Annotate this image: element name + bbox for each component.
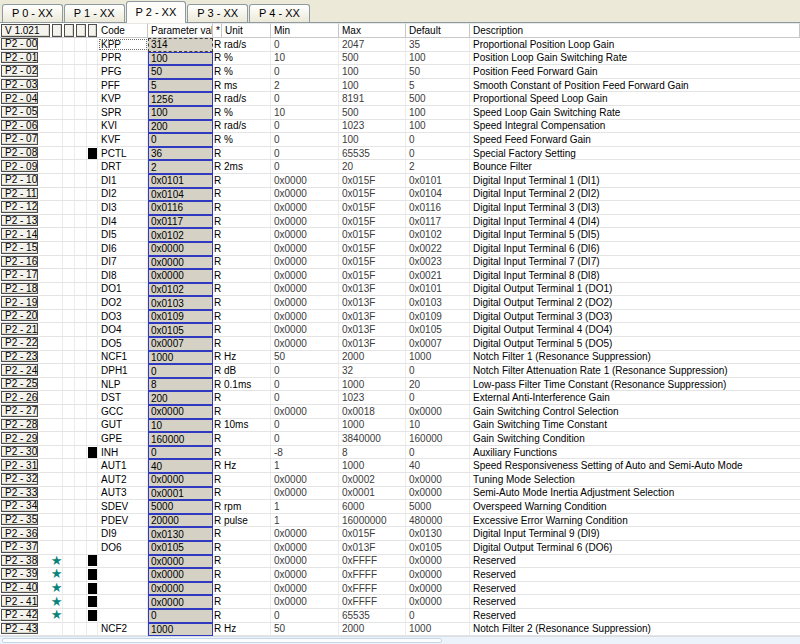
row-id-cell[interactable]: P2 - 16	[1, 256, 38, 268]
row-id-cell[interactable]: P2 - 30	[1, 446, 38, 458]
parameter-value-input[interactable]: 0x0109	[148, 310, 213, 324]
row-id-cell[interactable]: P2 - 25	[1, 378, 38, 390]
row-id-cell[interactable]: P2 - 08	[1, 147, 38, 159]
unit-cell: ms	[222, 79, 271, 92]
parameter-value-input[interactable]: 0	[148, 609, 213, 623]
parameter-value-input[interactable]: 200	[148, 120, 213, 134]
row-id-cell[interactable]: P2 - 27	[1, 405, 38, 417]
parameter-value-input[interactable]: 0x0007	[148, 337, 213, 351]
row-id-cell[interactable]: P2 - 18	[1, 283, 38, 295]
row-id-cell[interactable]: P2 - 11	[1, 188, 38, 200]
parameter-value-input[interactable]: 2	[148, 160, 213, 174]
row-id-cell[interactable]: P2 - 41	[1, 595, 38, 607]
parameter-value-input[interactable]: 0x0104	[148, 188, 213, 202]
row-id-cell[interactable]: P2 - 35	[1, 514, 38, 526]
parameter-value-input[interactable]: 5	[148, 79, 213, 93]
parameter-value-input[interactable]: 1256	[148, 92, 213, 106]
row-id-cell[interactable]: P2 - 17	[1, 269, 38, 281]
parameter-value-input[interactable]: 1000	[148, 351, 213, 365]
parameter-value-input[interactable]: 0x0000	[148, 473, 213, 487]
row-id-cell[interactable]: P2 - 06	[1, 120, 38, 132]
parameter-value-input[interactable]: 0x0000	[148, 595, 213, 609]
parameter-value-input[interactable]: 0x0102	[148, 228, 213, 242]
row-id-cell[interactable]: P2 - 15	[1, 242, 38, 254]
parameter-value-input[interactable]: 314	[148, 38, 213, 52]
parameter-value-input[interactable]: 0x0103	[148, 296, 213, 310]
parameter-value-input[interactable]: 100	[148, 106, 213, 120]
row-id-cell[interactable]: P2 - 43	[1, 623, 38, 635]
parameter-value-input[interactable]: 10	[148, 419, 213, 433]
tab-p3-xx[interactable]: P 3 - XX	[187, 4, 248, 22]
row-id-cell[interactable]: P2 - 34	[1, 500, 38, 512]
row-id-cell[interactable]: P2 - 20	[1, 310, 38, 322]
parameter-value-input[interactable]: 0	[148, 364, 213, 378]
row-id-cell[interactable]: P2 - 28	[1, 419, 38, 431]
parameter-value-input[interactable]: 200	[148, 391, 213, 405]
row-id-cell[interactable]: P2 - 21	[1, 323, 38, 335]
row-id-cell[interactable]: P2 - 10	[1, 174, 38, 186]
row-id-cell[interactable]: P2 - 19	[1, 296, 38, 308]
parameter-value-input[interactable]: 1000	[148, 623, 213, 637]
unit-cell	[222, 337, 271, 350]
parameter-value-input[interactable]: 36	[148, 147, 213, 161]
row-id-cell[interactable]: P2 - 04	[1, 92, 38, 104]
row-id-cell[interactable]: P2 - 22	[1, 337, 38, 349]
row-id-cell[interactable]: P2 - 40	[1, 582, 38, 594]
parameter-value-input[interactable]: 0x0000	[148, 269, 213, 283]
row-id-cell[interactable]: P2 - 12	[1, 201, 38, 213]
row-id-cell[interactable]: P2 - 05	[1, 106, 38, 118]
tab-p4-xx[interactable]: P 4 - XX	[249, 4, 310, 22]
parameter-value-input[interactable]: 0x0105	[148, 323, 213, 337]
parameter-value-input[interactable]: 0x0001	[148, 487, 213, 501]
parameter-value-input[interactable]: 0x0000	[148, 568, 213, 582]
parameter-value-input[interactable]: 0x0117	[148, 215, 213, 229]
row-id-cell[interactable]: P2 - 33	[1, 487, 38, 499]
row-id-cell[interactable]: P2 - 09	[1, 160, 38, 172]
row-id-cell[interactable]: P2 - 13	[1, 215, 38, 227]
row-id-cell[interactable]: P2 - 37	[1, 541, 38, 553]
tab-p1-xx[interactable]: P 1 - XX	[64, 4, 125, 22]
parameter-value-input[interactable]: 5000	[148, 500, 213, 514]
min-cell: 0x0000	[271, 269, 339, 282]
parameter-value-input[interactable]: 0x0116	[148, 201, 213, 215]
parameter-value-input[interactable]: 100	[148, 52, 213, 66]
parameter-value-input[interactable]: 8	[148, 378, 213, 392]
parameter-value-input[interactable]: 0x0000	[148, 582, 213, 596]
row-id-cell[interactable]: P2 - 26	[1, 391, 38, 403]
row-id-cell[interactable]: P2 - 38	[1, 555, 38, 567]
parameter-value-input[interactable]: 0x0130	[148, 527, 213, 541]
row-id-cell[interactable]: P2 - 07	[1, 133, 38, 145]
row-id-cell[interactable]: P2 - 42	[1, 609, 38, 621]
parameter-value-input[interactable]: 50	[148, 65, 213, 79]
row-id-cell[interactable]: P2 - 31	[1, 459, 38, 471]
unit-cell	[222, 283, 271, 296]
row-id-cell[interactable]: P2 - 29	[1, 432, 38, 444]
parameter-value-input[interactable]: 0	[148, 446, 213, 460]
parameter-value-input[interactable]: 40	[148, 459, 213, 473]
parameter-value-input[interactable]: 20000	[148, 514, 213, 528]
parameter-value-input[interactable]: 160000	[148, 432, 213, 446]
row-id-cell[interactable]: P2 - 14	[1, 228, 38, 240]
parameter-value-input[interactable]: 0x0000	[148, 242, 213, 256]
row-id-cell[interactable]: P2 - 32	[1, 473, 38, 485]
row-id-cell[interactable]: P2 - 03	[1, 79, 38, 91]
horizontal-scrollbar[interactable]	[0, 636, 800, 644]
row-id-cell[interactable]: P2 - 00	[1, 38, 38, 50]
parameter-value-input[interactable]: 0x0000	[148, 405, 213, 419]
parameter-value-input[interactable]: 0x0000	[148, 555, 213, 569]
row-id-cell[interactable]: P2 - 01	[1, 52, 38, 64]
parameter-value-input[interactable]: 0	[148, 133, 213, 147]
empty-cell-1	[63, 568, 75, 581]
parameter-value-input[interactable]: 0x0102	[148, 283, 213, 297]
tab-p0-xx[interactable]: P 0 - XX	[2, 4, 63, 22]
parameter-value-input[interactable]: 0x0101	[148, 174, 213, 188]
parameter-value-input[interactable]: 0x0105	[148, 541, 213, 555]
horizontal-scrollbar-thumb[interactable]	[2, 638, 442, 643]
row-id-cell[interactable]: P2 - 23	[1, 351, 38, 363]
parameter-value-input[interactable]: 0x0000	[148, 256, 213, 270]
tab-p2-xx[interactable]: P 2 - XX	[126, 1, 187, 23]
row-id-cell[interactable]: P2 - 02	[1, 65, 38, 77]
row-id-cell[interactable]: P2 - 39	[1, 568, 38, 580]
row-id-cell[interactable]: P2 - 24	[1, 364, 38, 376]
row-id-cell[interactable]: P2 - 36	[1, 527, 38, 539]
